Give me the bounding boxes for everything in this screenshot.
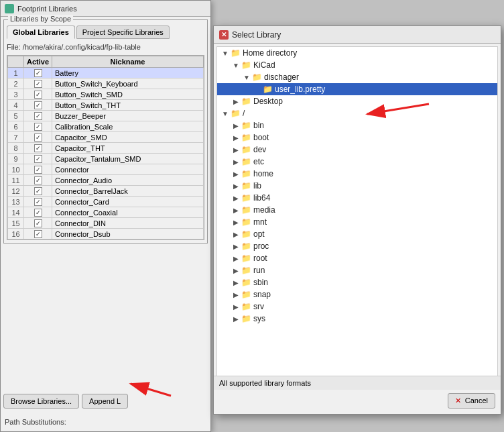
table-row[interactable]: 6 Calibration_Scale <box>8 121 204 132</box>
tree-item-lib64[interactable]: ▶ 📁 lib64 <box>217 192 497 204</box>
active-checkbox[interactable] <box>34 198 42 206</box>
expand-btn[interactable]: ▶ <box>231 134 241 142</box>
row-active-checkbox[interactable] <box>24 229 52 239</box>
expand-btn[interactable]: ▶ <box>231 231 241 238</box>
expand-btn[interactable]: ▼ <box>220 50 231 57</box>
tree-item-kicad[interactable]: ▼ 📁 KiCad <box>217 59 497 71</box>
expand-btn[interactable]: ▶ <box>231 98 241 105</box>
expand-btn[interactable]: ▶ <box>231 243 241 250</box>
expand-btn[interactable]: ▶ <box>231 122 241 129</box>
row-active-checkbox[interactable] <box>24 207 52 218</box>
active-checkbox[interactable] <box>34 209 42 217</box>
row-active-checkbox[interactable] <box>24 111 52 121</box>
row-active-checkbox[interactable] <box>24 89 52 100</box>
row-active-checkbox[interactable] <box>24 154 52 164</box>
row-active-checkbox[interactable] <box>24 218 52 229</box>
tree-item-lib[interactable]: ▶ 📁 lib <box>217 180 497 192</box>
table-row[interactable]: 8 Capacitor_THT <box>8 143 204 154</box>
row-active-checkbox[interactable] <box>24 186 52 197</box>
table-row[interactable]: 15 Connector_DIN <box>8 218 204 229</box>
active-checkbox[interactable] <box>34 133 42 142</box>
tree-item-opt[interactable]: ▶ 📁 opt <box>217 228 497 240</box>
tree-item-etc[interactable]: ▶ 📁 etc <box>217 156 497 168</box>
row-active-checkbox[interactable] <box>24 78 52 89</box>
active-checkbox[interactable] <box>34 176 42 184</box>
append-library-button[interactable]: Append L <box>82 394 128 409</box>
tree-item-sbin[interactable]: ▶ 📁 sbin <box>217 276 497 288</box>
tree-item-home[interactable]: ▶ 📁 home <box>217 168 497 180</box>
row-active-checkbox[interactable] <box>24 100 52 111</box>
expand-btn[interactable]: ▶ <box>231 219 241 226</box>
tree-item-snap[interactable]: ▶ 📁 snap <box>217 288 497 301</box>
expand-btn[interactable]: ▶ <box>231 158 241 166</box>
tree-item-mnt[interactable]: ▶ 📁 mnt <box>217 216 497 228</box>
tree-item-proc[interactable]: ▶ 📁 proc <box>217 240 497 252</box>
tree-item-sys[interactable]: ▶ 📁 sys <box>217 313 497 325</box>
tree-item-user-lib[interactable]: 📁 user_lib.pretty <box>217 83 497 95</box>
active-checkbox[interactable] <box>34 80 42 88</box>
dialog-close-icon[interactable]: ✕ <box>219 30 229 40</box>
active-checkbox[interactable] <box>34 112 42 120</box>
expand-btn[interactable]: ▶ <box>231 182 241 190</box>
active-checkbox[interactable] <box>34 166 42 174</box>
tree-item-dischager[interactable]: ▼ 📁 dischager <box>217 71 497 83</box>
row-active-checkbox[interactable] <box>24 197 52 207</box>
tree-item-root[interactable]: ▼ 📁 / <box>217 107 497 119</box>
table-row[interactable]: 10 Connector <box>8 164 204 175</box>
expand-btn[interactable]: ▶ <box>231 207 241 214</box>
expand-btn[interactable]: ▶ <box>231 255 241 262</box>
row-active-checkbox[interactable] <box>24 121 52 132</box>
table-row[interactable]: 4 Button_Switch_THT <box>8 100 204 111</box>
table-row[interactable]: 13 Connector_Card <box>8 197 204 207</box>
file-tree-container[interactable]: ▼ 📁 Home directory ▼ 📁 KiCad ▼ 📁 dischag… <box>216 46 498 388</box>
active-checkbox[interactable] <box>34 187 42 195</box>
table-row[interactable]: 3 Button_Switch_SMD <box>8 89 204 100</box>
active-checkbox[interactable] <box>34 91 42 99</box>
table-row[interactable]: 9 Capacitor_Tantalum_SMD <box>8 154 204 164</box>
row-active-checkbox[interactable] <box>24 132 52 143</box>
active-checkbox[interactable] <box>34 155 42 163</box>
table-row[interactable]: 5 Buzzer_Beeper <box>8 111 204 121</box>
active-checkbox[interactable] <box>34 123 42 131</box>
expand-btn[interactable]: ▼ <box>241 74 252 81</box>
row-active-checkbox[interactable] <box>24 68 52 78</box>
table-row[interactable]: 11 Connector_Audio <box>8 175 204 186</box>
expand-btn[interactable]: ▶ <box>231 303 241 311</box>
expand-btn[interactable]: ▶ <box>231 195 241 202</box>
active-checkbox[interactable] <box>34 219 42 227</box>
library-table-container[interactable]: Active Nickname 1 Battery 2 Button_Switc… <box>7 55 204 240</box>
expand-btn[interactable]: ▶ <box>231 315 241 323</box>
tree-item-home-dir[interactable]: ▼ 📁 Home directory <box>217 47 497 59</box>
expand-btn[interactable]: ▶ <box>231 279 241 286</box>
row-active-checkbox[interactable] <box>24 164 52 175</box>
table-row[interactable]: 12 Connector_BarrelJack <box>8 186 204 197</box>
expand-btn[interactable]: ▶ <box>231 170 241 178</box>
table-row[interactable]: 2 Button_Switch_Keyboard <box>8 78 204 89</box>
active-checkbox[interactable] <box>34 69 42 77</box>
table-row[interactable]: 16 Connector_Dsub <box>8 229 204 239</box>
tree-item-media[interactable]: ▶ 📁 media <box>217 204 497 216</box>
row-active-checkbox[interactable] <box>24 175 52 186</box>
tree-item-desktop[interactable]: ▶ 📁 Desktop <box>217 95 497 107</box>
table-row[interactable]: 7 Capacitor_SMD <box>8 132 204 143</box>
tree-item-root[interactable]: ▶ 📁 root <box>217 252 497 264</box>
expand-btn[interactable]: ▼ <box>220 110 231 117</box>
tree-item-dev[interactable]: ▶ 📁 dev <box>217 144 497 156</box>
active-checkbox[interactable] <box>34 230 42 238</box>
expand-btn[interactable]: ▶ <box>231 267 241 274</box>
tree-item-boot[interactable]: ▶ 📁 boot <box>217 131 497 144</box>
tree-item-bin[interactable]: ▶ 📁 bin <box>217 119 497 131</box>
cancel-button[interactable]: ✕ Cancel <box>448 393 495 409</box>
expand-btn[interactable]: ▶ <box>231 291 241 299</box>
tab-global[interactable]: Global Libraries <box>7 25 75 39</box>
active-checkbox[interactable] <box>34 101 42 109</box>
row-active-checkbox[interactable] <box>24 143 52 154</box>
table-row[interactable]: 14 Connector_Coaxial <box>8 207 204 218</box>
table-row[interactable]: 1 Battery <box>8 68 204 78</box>
expand-btn[interactable]: ▶ <box>231 146 241 154</box>
browse-libraries-button[interactable]: Browse Libraries... <box>3 394 79 409</box>
tab-project[interactable]: Project Specific Libraries <box>76 25 170 39</box>
expand-btn[interactable]: ▼ <box>231 62 241 69</box>
active-checkbox[interactable] <box>34 144 42 152</box>
tree-item-run[interactable]: ▶ 📁 run <box>217 264 497 276</box>
